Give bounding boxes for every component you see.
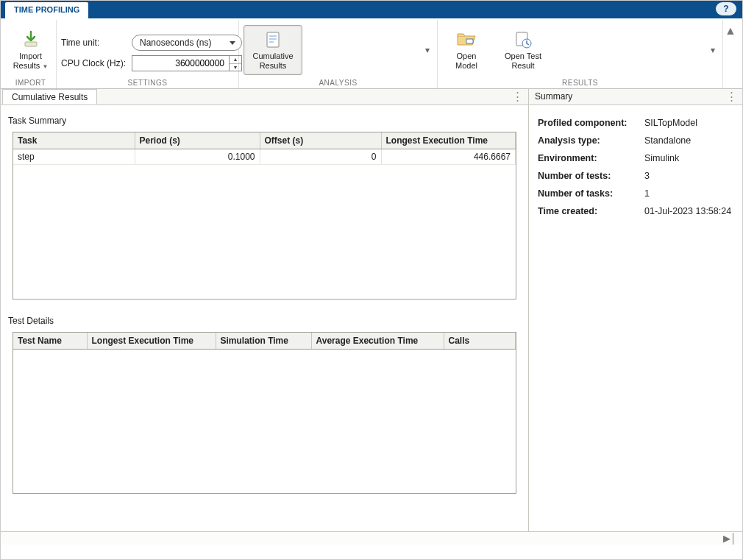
- th-longest[interactable]: Longest Execution Time: [381, 132, 516, 149]
- svg-rect-0: [25, 42, 37, 46]
- right-panel-menu[interactable]: ⋮: [726, 91, 738, 102]
- left-panel-tabs: Cumulative Results ⋮: [1, 89, 528, 105]
- tab-summary[interactable]: Summary: [535, 91, 572, 102]
- import-label-1: Import: [19, 52, 42, 61]
- task-summary-table: Task Period (s) Offset (s) Longest Execu…: [13, 132, 516, 300]
- cell-longest: 446.6667: [381, 149, 516, 165]
- th-sim-time[interactable]: Simulation Time: [216, 333, 311, 350]
- cpu-clock-spinner[interactable]: ▲ ▼: [132, 55, 242, 71]
- time-unit-dropdown[interactable]: Nanoseconds (ns): [132, 35, 242, 51]
- report-icon: [263, 29, 283, 50]
- th-test-name[interactable]: Test Name: [13, 333, 87, 350]
- v-time-created: 01-Jul-2023 13:58:24: [644, 206, 733, 216]
- cell-offset: 0: [260, 149, 381, 165]
- ribbon-group-import: Import Results ▼ IMPORT: [5, 20, 57, 88]
- left-panel-menu[interactable]: ⋮: [512, 91, 524, 102]
- svg-rect-5: [466, 39, 473, 43]
- ribbon-collapse[interactable]: ▲: [723, 20, 738, 88]
- open-test-label-2: Result: [511, 61, 534, 71]
- tab-cumulative-results[interactable]: Cumulative Results: [2, 89, 97, 104]
- test-details-table: Test Name Longest Execution Time Simulat…: [13, 332, 516, 494]
- group-label-settings: SETTINGS: [61, 77, 234, 88]
- ribbon: Import Results ▼ IMPORT Time unit: Nanos…: [1, 18, 742, 89]
- k-time-created: Time created:: [538, 206, 644, 216]
- th-task[interactable]: Task: [13, 132, 135, 149]
- k-num-tests: Number of tests:: [538, 171, 644, 181]
- v-num-tasks: 1: [644, 188, 733, 199]
- th-period[interactable]: Period (s): [135, 132, 260, 149]
- cumulative-label-2: Results: [260, 61, 287, 71]
- k-num-tasks: Number of tasks:: [538, 188, 644, 199]
- import-icon: [21, 29, 41, 50]
- ribbon-group-settings: Time unit: Nanoseconds (ns) CPU Clock (H…: [57, 20, 239, 88]
- status-bar: ▶│: [1, 531, 742, 545]
- th-test-longest[interactable]: Longest Execution Time: [87, 333, 216, 350]
- ribbon-group-results: Open Model Open Test Result ▾ RESULTS: [438, 20, 723, 88]
- v-environment: Simulink: [644, 153, 733, 163]
- import-results-button[interactable]: Import Results ▼: [10, 25, 51, 75]
- k-profiled-component: Profiled component:: [538, 118, 644, 128]
- table-row[interactable]: step 0.1000 0 446.6667: [13, 149, 516, 165]
- left-pane: Cumulative Results ⋮ Task Summary Task P…: [1, 89, 529, 531]
- task-summary-title: Task Summary: [1, 105, 528, 132]
- v-profiled-component: SILTopModel: [644, 118, 733, 128]
- help-button[interactable]: ?: [716, 2, 736, 15]
- test-result-icon: [513, 29, 533, 50]
- cumulative-results-button[interactable]: Cumulative Results: [243, 25, 302, 75]
- right-panel-tabs: Summary ⋮: [529, 89, 742, 105]
- k-environment: Environment:: [538, 153, 644, 163]
- th-avg-exec[interactable]: Average Execution Time: [311, 333, 444, 350]
- svg-rect-1: [267, 32, 279, 47]
- folder-model-icon: [456, 29, 477, 50]
- results-group-expand[interactable]: ▾: [708, 45, 718, 55]
- th-offset[interactable]: Offset (s): [260, 132, 381, 149]
- cumulative-label-1: Cumulative: [252, 52, 293, 61]
- chevron-down-icon: ▼: [42, 63, 48, 70]
- v-num-tests: 3: [644, 171, 733, 181]
- open-test-label-1: Open Test: [505, 52, 541, 61]
- v-analysis-type: Standalone: [644, 135, 733, 146]
- cpu-clock-label: CPU Clock (Hz):: [61, 58, 127, 68]
- summary-body: Profiled component:SILTopModel Analysis …: [529, 105, 742, 229]
- open-model-label-1: Open: [457, 52, 477, 61]
- next-arrow-icon[interactable]: ▶│: [723, 533, 736, 544]
- group-label-analysis: ANALYSIS: [243, 77, 433, 88]
- test-details-title: Test Details: [1, 300, 528, 332]
- right-pane: Summary ⋮ Profiled component:SILTopModel…: [529, 89, 742, 531]
- group-label-import: IMPORT: [10, 77, 51, 88]
- cpu-clock-input[interactable]: [132, 55, 229, 71]
- group-label-results: RESULTS: [442, 77, 718, 88]
- open-test-result-button[interactable]: Open Test Result: [498, 25, 548, 75]
- cell-period: 0.1000: [135, 149, 260, 165]
- analysis-group-expand[interactable]: ▾: [422, 45, 433, 55]
- ribbon-group-analysis: Cumulative Results ▾ ANALYSIS: [239, 20, 438, 88]
- title-bar: TIME PROFILING ?: [1, 1, 742, 18]
- k-analysis-type: Analysis type:: [538, 135, 644, 146]
- open-model-label-2: Model: [455, 61, 477, 71]
- import-label-2: Results ▼: [13, 61, 49, 71]
- collapse-icon: ▲: [725, 24, 736, 38]
- cell-task: step: [13, 149, 135, 165]
- time-unit-label: Time unit:: [61, 38, 127, 48]
- th-calls[interactable]: Calls: [444, 333, 516, 350]
- main-area: Cumulative Results ⋮ Task Summary Task P…: [1, 89, 742, 531]
- open-model-button[interactable]: Open Model: [442, 25, 491, 75]
- main-tab-time-profiling[interactable]: TIME PROFILING: [5, 2, 88, 18]
